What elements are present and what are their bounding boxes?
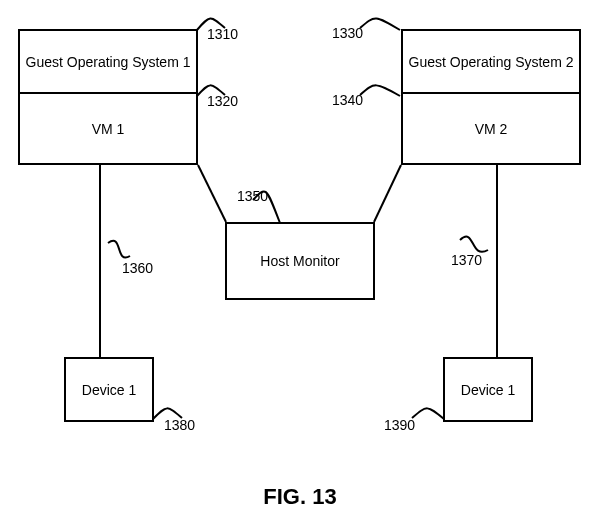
ref-1340: 1340: [332, 92, 363, 108]
box-device-1-right: Device 1: [443, 357, 533, 422]
ref-1390: 1390: [384, 417, 415, 433]
label-device-1-left: Device 1: [82, 382, 136, 398]
label-vm-2: VM 2: [475, 121, 508, 137]
label-guest-os-1: Guest Operating System 1: [26, 54, 191, 70]
ref-1350: 1350: [237, 188, 268, 204]
box-device-1-left: Device 1: [64, 357, 154, 422]
diagram-stage: Guest Operating System 1 VM 1 Guest Oper…: [0, 0, 600, 528]
ref-1380: 1380: [164, 417, 195, 433]
label-device-1-right: Device 1: [461, 382, 515, 398]
svg-line-3: [374, 165, 401, 222]
ref-1360: 1360: [122, 260, 153, 276]
box-host-monitor: Host Monitor: [225, 222, 375, 300]
label-guest-os-2: Guest Operating System 2: [409, 54, 574, 70]
ref-1330: 1330: [332, 25, 363, 41]
box-vm-2: VM 2: [401, 92, 581, 165]
ref-1310: 1310: [207, 26, 238, 42]
figure-caption: FIG. 13: [0, 484, 600, 510]
box-guest-os-2: Guest Operating System 2: [401, 29, 581, 94]
ref-1370: 1370: [451, 252, 482, 268]
label-vm-1: VM 1: [92, 121, 125, 137]
label-host-monitor: Host Monitor: [260, 253, 339, 269]
box-vm-1: VM 1: [18, 92, 198, 165]
ref-1320: 1320: [207, 93, 238, 109]
svg-line-2: [198, 165, 226, 222]
box-guest-os-1: Guest Operating System 1: [18, 29, 198, 94]
